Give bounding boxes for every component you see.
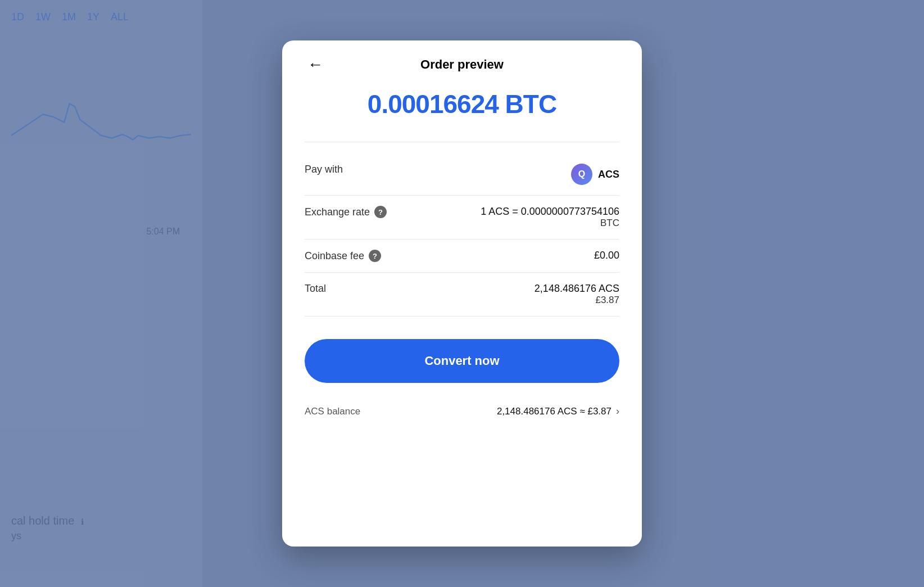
chevron-right-icon: › [616, 405, 619, 417]
pay-with-label: Pay with [305, 164, 343, 175]
exchange-rate-row: Exchange rate ? 1 ACS = 0.00000007737541… [305, 196, 619, 240]
total-label: Total [305, 283, 326, 295]
amount-display: 0.00016624 BTC [305, 89, 619, 119]
order-preview-modal: ← Order preview 0.00016624 BTC Pay with … [282, 40, 642, 547]
exchange-rate-label: Exchange rate ? [305, 206, 387, 218]
coinbase-fee-row: Coinbase fee ? £0.00 [305, 240, 619, 273]
total-value: 2,148.486176 ACS £3.87 [535, 283, 619, 306]
exchange-rate-help-icon[interactable]: ? [374, 206, 387, 218]
total-row: Total 2,148.486176 ACS £3.87 [305, 273, 619, 317]
modal-header: ← Order preview [305, 57, 619, 72]
details-section: Pay with Q ACS Exchange rate ? 1 ACS = 0… [305, 142, 619, 317]
coinbase-fee-label: Coinbase fee ? [305, 250, 381, 262]
modal-title: Order preview [420, 57, 504, 72]
coinbase-fee-value: £0.00 [594, 250, 619, 261]
amount-value: 0.00016624 BTC [305, 89, 619, 119]
convert-now-button[interactable]: Convert now [305, 339, 619, 383]
back-button[interactable]: ← [305, 53, 326, 76]
modal-overlay: ← Order preview 0.00016624 BTC Pay with … [0, 0, 924, 587]
pay-with-row: Pay with Q ACS [305, 153, 619, 196]
balance-value[interactable]: 2,148.486176 ACS ≈ £3.87 › [497, 405, 619, 417]
balance-label: ACS balance [305, 406, 360, 417]
pay-with-right: Q ACS [571, 164, 619, 185]
exchange-rate-value: 1 ACS = 0.0000000773754106 BTC [481, 206, 619, 229]
coinbase-fee-help-icon[interactable]: ? [369, 250, 381, 262]
acs-currency-label: ACS [598, 169, 619, 180]
acs-icon: Q [571, 164, 592, 185]
balance-row: ACS balance 2,148.486176 ACS ≈ £3.87 › [305, 400, 619, 423]
